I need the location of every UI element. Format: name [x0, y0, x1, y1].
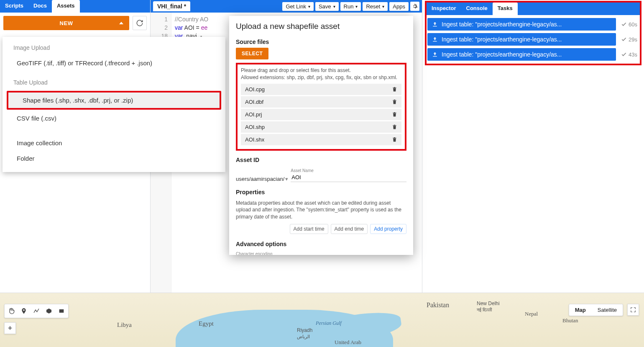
trash-icon[interactable]	[392, 99, 397, 105]
left-tabs: Scripts Docs Assets	[0, 0, 150, 13]
trash-icon[interactable]	[392, 124, 397, 130]
task-label: Ingest table: "projects/earthengine-lega…	[442, 36, 562, 43]
marker-tool[interactable]	[19, 306, 29, 316]
caret-down-icon: ▾	[285, 176, 288, 182]
map-label-libya: Libya	[117, 321, 132, 329]
settings-button[interactable]	[410, 2, 419, 11]
reset-button[interactable]: Reset	[363, 2, 388, 11]
add-end-time-button[interactable]: Add end time	[331, 224, 368, 234]
file-name: AOI.shp	[245, 124, 265, 130]
tab-console[interactable]: Console	[461, 3, 493, 15]
new-button[interactable]: NEW	[3, 16, 129, 30]
upload-icon	[432, 21, 438, 28]
rect-tool[interactable]	[56, 306, 66, 316]
asset-name-input[interactable]	[291, 173, 406, 182]
getlink-button[interactable]: Get Link	[282, 2, 313, 11]
tab-tasks[interactable]: Tasks	[493, 3, 518, 15]
file-name: AOI.shx	[245, 136, 264, 143]
line-tool[interactable]	[31, 306, 41, 316]
dropdown-item-imagecollection[interactable]: Image collection	[3, 135, 225, 151]
dropdown-item-csv[interactable]: CSV file (.csv)	[3, 111, 225, 126]
tab-inspector[interactable]: Inspector	[427, 3, 461, 15]
upload-modal: Upload a new shapefile asset Source file…	[229, 16, 413, 255]
trash-icon[interactable]	[392, 112, 397, 117]
map-label-nepal: Nepal	[525, 311, 538, 317]
tab-docs[interactable]: Docs	[28, 0, 52, 13]
polygon-tool[interactable]	[44, 306, 54, 316]
left-panel: Scripts Docs Assets NEW Image Upload Geo…	[0, 0, 151, 293]
dropdown-item-geotiff[interactable]: GeoTIFF (.tif, .tiff) or TFRecord (.tfre…	[3, 55, 225, 71]
file-hint: Please drag and drop or select files for…	[241, 67, 401, 81]
file-dropzone[interactable]: Please drag and drop or select files for…	[236, 63, 406, 151]
right-tabs: Inspector Console Tasks	[427, 3, 640, 15]
refresh-icon	[136, 19, 143, 27]
hand-tool[interactable]	[6, 306, 16, 316]
map-type-switch: Map Satellite	[569, 304, 623, 316]
modal-title: Upload a new shapefile asset	[236, 22, 406, 31]
tab-assets[interactable]: Assets	[52, 0, 80, 13]
asset-prefix[interactable]: users/aamirspacian/▾	[236, 176, 288, 182]
upload-icon	[432, 36, 438, 43]
task-meta: 60s	[621, 21, 637, 28]
task-label: Ingest table: "projects/earthengine-lega…	[442, 51, 562, 58]
properties-label: Properties	[236, 189, 406, 195]
file-row: AOI.shp	[241, 121, 401, 133]
map-label-riyadh: Riyadhالرياض	[297, 327, 312, 340]
save-button[interactable]: Save	[315, 2, 339, 11]
asset-id-label: Asset ID	[236, 157, 406, 163]
dropdown-header-image: Image Upload	[3, 43, 225, 55]
map-type-satellite[interactable]: Satellite	[592, 304, 623, 316]
upload-icon	[432, 51, 438, 58]
dropdown-header-table: Table Upload	[3, 77, 225, 90]
file-name: AOI.prj	[245, 111, 262, 118]
trash-icon[interactable]	[392, 87, 397, 92]
task-row[interactable]: Ingest table: "projects/earthengine-lega…	[427, 18, 616, 31]
add-property-button[interactable]: Add property	[370, 224, 406, 234]
map-label-pakistan: Pakistan	[427, 301, 449, 309]
source-files-label: Source files	[236, 39, 406, 45]
dropdown-item-folder[interactable]: Folder	[3, 151, 225, 166]
dropdown-item-shapefile[interactable]: Shape files (.shp, .shx, .dbf, .prj, or …	[8, 93, 220, 108]
editor-header: VHI_final * Get Link Save Run Reset Apps	[151, 0, 422, 13]
dropdown-highlight: Shape files (.shp, .shx, .dbf, .prj, or …	[7, 91, 221, 110]
map-area[interactable]: Algeria Libya Egypt Persian Gulf Riyadhا…	[0, 293, 644, 347]
task-row[interactable]: Ingest table: "projects/earthengine-lega…	[427, 33, 616, 46]
new-button-label: NEW	[60, 20, 73, 26]
file-name: AOI.cpg	[245, 86, 265, 93]
advanced-label: Advanced options	[236, 241, 406, 247]
apps-button[interactable]: Apps	[389, 2, 409, 11]
task-label: Ingest table: "projects/earthengine-lega…	[442, 21, 562, 28]
gear-icon	[412, 3, 418, 9]
fullscreen-icon	[630, 307, 636, 313]
tasks-list: Ingest table: "projects/earthengine-lega…	[427, 15, 640, 64]
task-row[interactable]: Ingest table: "projects/earthengine-lega…	[427, 48, 616, 61]
map-tools	[4, 304, 69, 318]
map-label-persian-gulf: Persian Gulf	[316, 320, 342, 326]
task-meta: 43s	[621, 51, 637, 58]
svg-rect-1	[59, 309, 64, 313]
file-row: AOI.dbf	[241, 96, 401, 108]
select-files-button[interactable]: SELECT	[236, 48, 268, 59]
add-start-time-button[interactable]: Add start time	[290, 224, 328, 234]
properties-desc: Metadata properties about the asset whic…	[236, 200, 406, 221]
task-meta: 29s	[621, 36, 637, 43]
map-type-map[interactable]: Map	[569, 304, 592, 316]
map-label-bhutan: Bhutan	[562, 317, 578, 324]
charenc-label: Character encoding	[236, 252, 406, 255]
trash-icon[interactable]	[392, 137, 397, 142]
refresh-button[interactable]	[133, 16, 147, 30]
right-highlight: Inspector Console Tasks Ingest table: "p…	[425, 1, 641, 65]
map-label-new-delhi: New Delhiनई दिल्ली	[477, 301, 500, 313]
tab-scripts[interactable]: Scripts	[0, 0, 28, 13]
asset-name-label: Asset Name	[291, 168, 406, 173]
map-label-uae: United Arab	[335, 339, 361, 346]
new-dropdown: Image Upload GeoTIFF (.tif, .tiff) or TF…	[3, 37, 225, 172]
zoom-in-button[interactable]: +	[4, 322, 16, 334]
right-panel: Inspector Console Tasks Ingest table: "p…	[422, 0, 644, 293]
caret-up-icon	[119, 22, 123, 24]
fullscreen-button[interactable]	[627, 304, 639, 316]
file-row: AOI.cpg	[241, 84, 401, 95]
file-tab[interactable]: VHI_final *	[153, 1, 190, 11]
run-button[interactable]: Run	[340, 2, 361, 11]
file-row: AOI.prj	[241, 109, 401, 120]
